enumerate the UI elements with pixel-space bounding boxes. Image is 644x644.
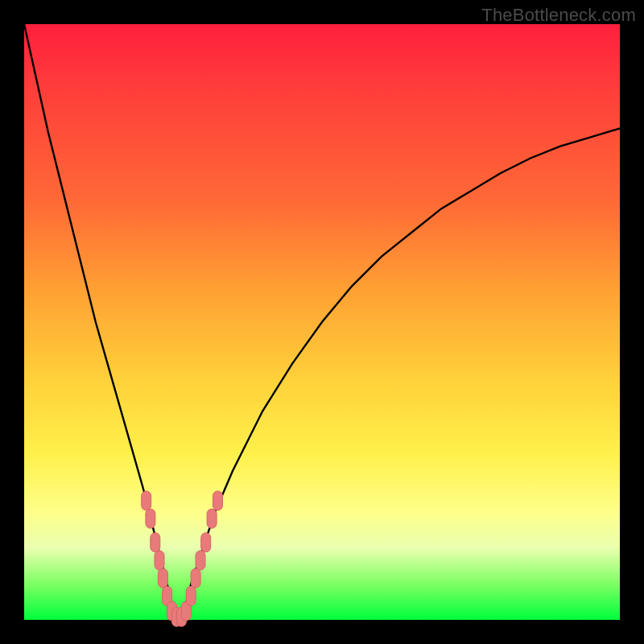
marker-dot <box>207 509 217 528</box>
highlighted-markers <box>142 491 223 626</box>
marker-dot <box>186 586 196 605</box>
marker-dot <box>158 568 167 588</box>
marker-dot <box>146 509 155 528</box>
marker-dot <box>151 533 160 552</box>
watermark-text: TheBottleneck.com <box>481 5 636 26</box>
bottleneck-curve <box>24 24 620 620</box>
plot-area <box>24 24 620 620</box>
marker-dot <box>142 491 151 510</box>
marker-dot <box>196 551 205 570</box>
marker-dot <box>155 551 164 570</box>
marker-dot <box>213 491 223 510</box>
curve-svg <box>24 24 620 620</box>
chart-frame: TheBottleneck.com <box>0 0 644 644</box>
marker-dot <box>201 533 211 552</box>
marker-dot <box>191 568 200 588</box>
